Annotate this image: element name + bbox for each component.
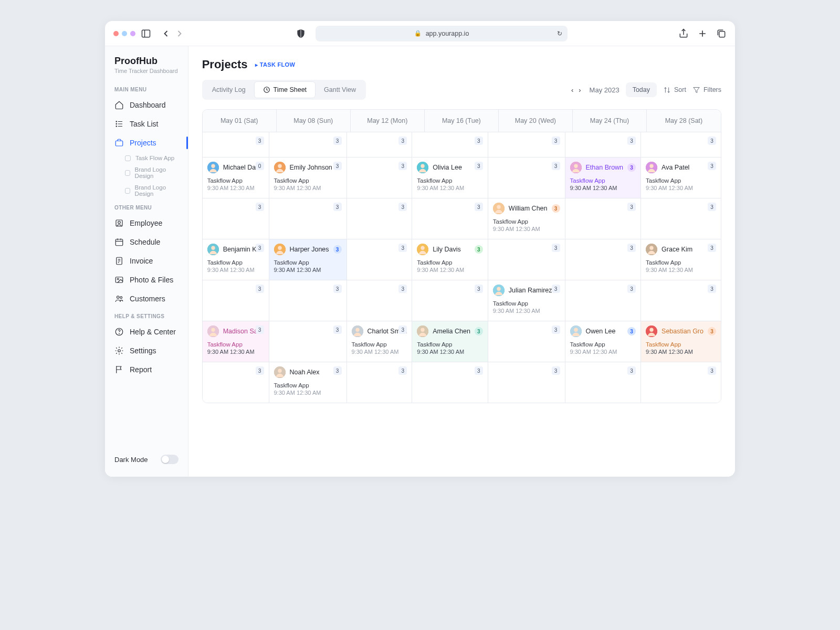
- timesheet-cell[interactable]: 3: [641, 198, 721, 239]
- tabs-icon[interactable]: [716, 28, 727, 39]
- toggle-switch[interactable]: [161, 455, 178, 464]
- timesheet-cell[interactable]: 3Madison SanTaskflow App9:30 AM 12:30 AM: [203, 321, 269, 362]
- timesheet-cell[interactable]: 3: [641, 362, 721, 403]
- timesheet-cell[interactable]: 3: [565, 132, 642, 157]
- sidebar-item-invoice[interactable]: Invoice: [105, 251, 188, 270]
- sidebar-item-employee[interactable]: Employee: [105, 214, 188, 233]
- timesheet-cell[interactable]: 3: [203, 198, 269, 239]
- timesheet-cell[interactable]: 3: [641, 280, 721, 321]
- avatar: [646, 326, 657, 337]
- timesheet-cell[interactable]: 3Lily Davis3Taskflow App9:30 AM 12:30 AM: [412, 239, 488, 280]
- timesheet-cell[interactable]: 3Owen Lee3Taskflow App9:30 AM 12:30 AM: [565, 321, 642, 362]
- timesheet-cell[interactable]: 3Harper Jones3Taskflow App9:30 AM 12:30 …: [269, 239, 347, 280]
- today-button[interactable]: Today: [626, 82, 657, 97]
- timesheet-cell[interactable]: 3: [347, 157, 413, 198]
- timesheet-cell[interactable]: 3William Chen3Taskflow App9:30 AM 12:30 …: [488, 198, 565, 239]
- sidebar-item-photofiles[interactable]: Photo & Files: [105, 270, 188, 289]
- timesheet-cell[interactable]: 3: [488, 157, 565, 198]
- timesheet-cell[interactable]: 3Charlot SmithTaskflow App9:30 AM 12:30 …: [347, 321, 413, 362]
- timesheet-cell[interactable]: 3Grace KimTaskflow App9:30 AM 12:30 AM: [641, 239, 721, 280]
- timesheet-cell[interactable]: 3: [565, 362, 642, 403]
- breadcrumb[interactable]: TASK FLOW: [255, 61, 296, 68]
- task-title: Taskflow App: [207, 177, 264, 184]
- timesheet-cell[interactable]: 3: [347, 280, 413, 321]
- page-title: Projects: [202, 58, 248, 71]
- timesheet-cell[interactable]: 3: [203, 362, 269, 403]
- timesheet-cell[interactable]: 3: [565, 198, 642, 239]
- cell-count-badge: 3: [398, 203, 407, 211]
- reload-icon[interactable]: ↻: [557, 30, 562, 37]
- timesheet-cell[interactable]: 3Julian RamirezTaskflow App9:30 AM 12:30…: [488, 280, 565, 321]
- filters-button[interactable]: Filters: [692, 86, 721, 94]
- dark-mode-toggle[interactable]: Dark Mode: [105, 449, 188, 469]
- timesheet-cell[interactable]: 3Amelia Chen3Taskflow App9:30 AM 12:30 A…: [412, 321, 488, 362]
- month-next-icon[interactable]: ›: [579, 86, 581, 94]
- sidebar-item-tasklist[interactable]: Task List: [105, 114, 188, 133]
- svg-point-40: [421, 164, 425, 168]
- share-icon[interactable]: [678, 28, 689, 39]
- shield-icon[interactable]: [296, 28, 306, 39]
- timesheet-cell[interactable]: 3: [565, 280, 642, 321]
- timesheet-cell[interactable]: 3Noah AlexTaskflow App9:30 AM 12:30 AM: [269, 362, 347, 403]
- timesheet-cell[interactable]: 3: [269, 321, 347, 362]
- timesheet-cell[interactable]: 3Olivia LeeTaskflow App9:30 AM 12:30 AM: [412, 157, 488, 198]
- timesheet-cell[interactable]: 3: [347, 362, 413, 403]
- timesheet-cell[interactable]: 0Michael DavisTaskflow App9:30 AM 12:30 …: [203, 157, 269, 198]
- new-tab-icon[interactable]: [697, 28, 708, 39]
- sidebar-item-customers[interactable]: Customers: [105, 289, 188, 308]
- timesheet-cell[interactable]: 3Sebastian Gro3Taskflow App9:30 AM 12:30…: [641, 321, 721, 362]
- sort-button[interactable]: Sort: [663, 86, 686, 94]
- tab-gantt-view[interactable]: Gantt View: [316, 81, 364, 98]
- timesheet-cell[interactable]: 3Ethan Brown3Taskflow App9:30 AM 12:30 A…: [565, 157, 642, 198]
- timesheet-cell[interactable]: 3: [347, 198, 413, 239]
- cell-count-badge: 3: [333, 162, 342, 170]
- timesheet-cell[interactable]: 3: [641, 132, 721, 157]
- timesheet-cell[interactable]: 3: [488, 132, 565, 157]
- timesheet-cell[interactable]: 3: [412, 280, 488, 321]
- cell-count-badge: 3: [256, 285, 264, 293]
- tab-activity-log[interactable]: Activity Log: [204, 81, 254, 98]
- person-badge: 3: [475, 245, 483, 254]
- timesheet-cell[interactable]: 3: [269, 280, 347, 321]
- cell-count-badge: 3: [398, 162, 407, 170]
- timesheet-cell[interactable]: 3: [412, 362, 488, 403]
- person-row: Amelia Chen3: [417, 326, 483, 337]
- sidebar-item-report[interactable]: Report: [105, 360, 188, 379]
- sidebar-item-helpcenter[interactable]: Help & Center: [105, 322, 188, 341]
- window-controls[interactable]: [113, 31, 135, 36]
- sidebar-sub-brand1[interactable]: Brand Logo Design: [105, 164, 188, 182]
- timesheet-cell[interactable]: 3Emily JohnsonTaskflow App9:30 AM 12:30 …: [269, 157, 347, 198]
- url-bar[interactable]: 🔒 app.yourapp.io ↻: [316, 26, 568, 41]
- timesheet-cell[interactable]: 3Ava PatelTaskflow App9:30 AM 12:30 AM: [641, 157, 721, 198]
- sidebar-toggle-icon[interactable]: [141, 28, 151, 39]
- tab-time-sheet[interactable]: Time Sheet: [254, 81, 316, 98]
- timesheet-cell[interactable]: 3: [412, 198, 488, 239]
- timesheet-cell[interactable]: 3: [347, 239, 413, 280]
- sidebar-sub-taskflow[interactable]: Task Flow App: [105, 152, 188, 164]
- timesheet-cell[interactable]: 3: [412, 132, 488, 157]
- timesheet-cell[interactable]: 3Benjamin KimTaskflow App9:30 AM 12:30 A…: [203, 239, 269, 280]
- browser-back-icon[interactable]: [161, 28, 171, 39]
- timesheet-cell[interactable]: 3: [269, 198, 347, 239]
- task-time: 9:30 AM 12:30 AM: [352, 349, 407, 355]
- sidebar-item-settings[interactable]: Settings: [105, 341, 188, 360]
- sidebar-item-projects[interactable]: Projects: [105, 133, 188, 152]
- cell-count-badge: 3: [708, 366, 716, 375]
- timesheet-cell[interactable]: 3: [488, 362, 565, 403]
- sidebar-item-schedule[interactable]: Schedule: [105, 233, 188, 251]
- timesheet-cell[interactable]: 3: [269, 132, 347, 157]
- month-prev-icon[interactable]: ‹: [571, 86, 573, 94]
- timesheet-cell[interactable]: 3: [203, 280, 269, 321]
- avatar: [274, 162, 286, 173]
- timesheet-cell[interactable]: 3: [347, 132, 413, 157]
- calendar-icon: [114, 237, 124, 247]
- browser-forward-icon[interactable]: [174, 28, 185, 39]
- person-name: Harper Jones: [290, 246, 329, 253]
- sidebar-item-dashboard[interactable]: Dashboard: [105, 96, 188, 114]
- timesheet-cell[interactable]: 3: [488, 239, 565, 280]
- svg-point-48: [211, 246, 215, 250]
- timesheet-cell[interactable]: 3: [203, 132, 269, 157]
- sidebar-sub-brand2[interactable]: Brand Logo Design: [105, 182, 188, 200]
- timesheet-cell[interactable]: 3: [488, 321, 565, 362]
- timesheet-cell[interactable]: 3: [565, 239, 642, 280]
